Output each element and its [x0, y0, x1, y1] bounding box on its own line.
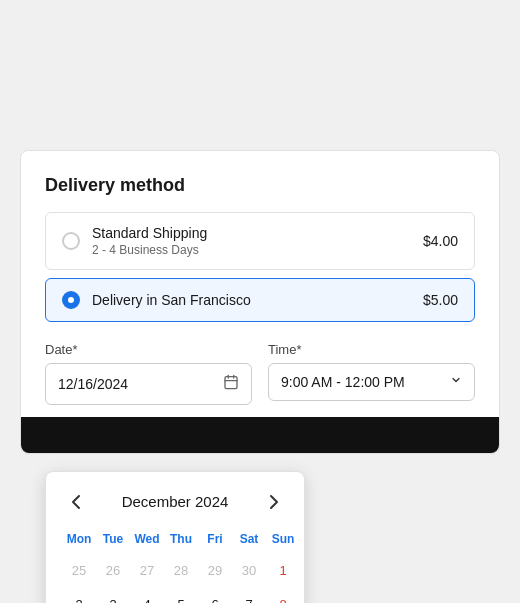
- calendar-day[interactable]: 29: [201, 557, 229, 585]
- calendar-cell: 6: [198, 588, 232, 604]
- radio-standard: [62, 232, 80, 250]
- radio-local: [62, 291, 80, 309]
- calendar-cell: 26: [96, 554, 130, 588]
- bottom-bar: [21, 417, 499, 453]
- svg-rect-0: [225, 376, 237, 388]
- date-label: Date*: [45, 342, 252, 357]
- calendar-week-row: 2345678: [62, 588, 300, 604]
- calendar-day[interactable]: 2: [65, 591, 93, 604]
- calendar-cell: 28: [164, 554, 198, 588]
- time-input[interactable]: 9:00 AM - 12:00 PM: [268, 363, 475, 401]
- calendar-weekday-tue: Tue: [96, 528, 130, 554]
- time-label: Time*: [268, 342, 475, 357]
- standard-shipping-days: 2 - 4 Business Days: [92, 243, 411, 257]
- calendar-cell: 4: [130, 588, 164, 604]
- section-title: Delivery method: [45, 175, 475, 196]
- calendar-weekday-sun: Sun: [266, 528, 300, 554]
- calendar-week-row: 2526272829301: [62, 554, 300, 588]
- calendar-day[interactable]: 3: [99, 591, 127, 604]
- calendar-cell: 8: [266, 588, 300, 604]
- calendar-weekday-fri: Fri: [198, 528, 232, 554]
- calendar-cell: 30: [232, 554, 266, 588]
- calendar-popup: December 2024 MonTueWedThuFriSatSun 2526…: [45, 471, 305, 604]
- delivery-card: Delivery method Standard Shipping 2 - 4 …: [20, 150, 500, 454]
- calendar-cell: 25: [62, 554, 96, 588]
- date-time-row: Date* 12/16/2024 Time* 9:00 AM - 12:00 P…: [45, 342, 475, 405]
- calendar-header: December 2024: [62, 488, 288, 516]
- calendar-cell: 5: [164, 588, 198, 604]
- calendar-icon: [223, 374, 239, 394]
- calendar-day[interactable]: 27: [133, 557, 161, 585]
- calendar-day[interactable]: 28: [167, 557, 195, 585]
- calendar-cell: 3: [96, 588, 130, 604]
- calendar-day[interactable]: 4: [133, 591, 161, 604]
- calendar-cell: 27: [130, 554, 164, 588]
- calendar-day[interactable]: 5: [167, 591, 195, 604]
- calendar-cell: 1: [266, 554, 300, 588]
- standard-shipping-price: $4.00: [423, 233, 458, 249]
- calendar-next-button[interactable]: [260, 488, 288, 516]
- calendar-weekday-sat: Sat: [232, 528, 266, 554]
- calendar-day[interactable]: 8: [269, 591, 297, 604]
- calendar-month-year: December 2024: [122, 493, 229, 510]
- calendar-day[interactable]: 6: [201, 591, 229, 604]
- calendar-day[interactable]: 1: [269, 557, 297, 585]
- time-value: 9:00 AM - 12:00 PM: [281, 374, 405, 390]
- calendar-day[interactable]: 7: [235, 591, 263, 604]
- shipping-option-standard[interactable]: Standard Shipping 2 - 4 Business Days $4…: [45, 212, 475, 270]
- calendar-day[interactable]: 26: [99, 557, 127, 585]
- date-form-group: Date* 12/16/2024: [45, 342, 252, 405]
- calendar-cell: 29: [198, 554, 232, 588]
- calendar-day[interactable]: 30: [235, 557, 263, 585]
- local-shipping-price: $5.00: [423, 292, 458, 308]
- date-value: 12/16/2024: [58, 376, 128, 392]
- standard-shipping-name: Standard Shipping: [92, 225, 411, 241]
- calendar-weekday-mon: Mon: [62, 528, 96, 554]
- local-shipping-name: Delivery in San Francisco: [92, 292, 411, 308]
- date-input[interactable]: 12/16/2024: [45, 363, 252, 405]
- chevron-down-icon: [450, 374, 462, 389]
- calendar-day[interactable]: 25: [65, 557, 93, 585]
- calendar-prev-button[interactable]: [62, 488, 90, 516]
- time-form-group: Time* 9:00 AM - 12:00 PM: [268, 342, 475, 405]
- calendar-cell: 7: [232, 588, 266, 604]
- calendar-grid: MonTueWedThuFriSatSun 252627282930123456…: [62, 528, 300, 604]
- shipping-option-local[interactable]: Delivery in San Francisco $5.00: [45, 278, 475, 322]
- calendar-weekday-wed: Wed: [130, 528, 164, 554]
- calendar-weekday-thu: Thu: [164, 528, 198, 554]
- calendar-cell: 2: [62, 588, 96, 604]
